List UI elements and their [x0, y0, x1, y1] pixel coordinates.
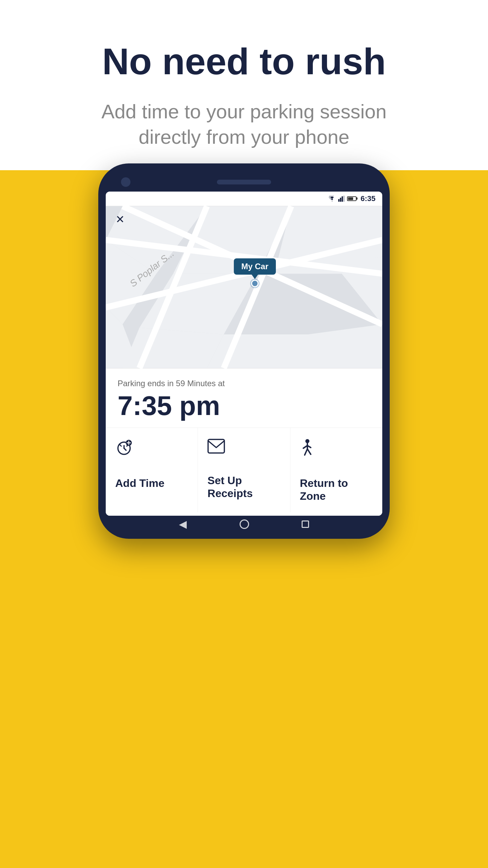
- receipts-label: Set Up Receipts: [207, 474, 280, 500]
- svg-rect-2: [342, 196, 343, 202]
- status-icons: [328, 196, 357, 202]
- car-pin: My Car: [234, 258, 276, 287]
- parking-time: 7:35 pm: [118, 391, 370, 421]
- receipts-card[interactable]: Set Up Receipts: [198, 428, 290, 512]
- phone-top: [106, 173, 382, 192]
- receipts-icon: [207, 439, 225, 457]
- svg-line-35: [305, 449, 307, 455]
- status-bar: 6:35: [106, 192, 382, 206]
- return-zone-card[interactable]: Return to Zone: [290, 428, 382, 512]
- svg-line-25: [119, 444, 121, 446]
- map-area: S Poplar S... ✕ My Car: [106, 206, 382, 369]
- back-button[interactable]: ◀: [179, 518, 187, 530]
- status-time: 6:35: [361, 194, 375, 203]
- hero-section: No need to rush Add time to your parking…: [0, 0, 488, 170]
- return-zone-icon: [300, 439, 315, 460]
- phone-camera: [121, 177, 130, 187]
- svg-line-24: [124, 448, 126, 450]
- hero-title: No need to rush: [102, 41, 386, 82]
- parking-ends-label: Parking ends in 59 Minutes at: [118, 379, 370, 388]
- svg-rect-0: [338, 199, 340, 202]
- action-cards: Add Time Set Up Receipts: [106, 428, 382, 516]
- svg-rect-30: [208, 439, 224, 453]
- close-icon: ✕: [116, 214, 125, 225]
- map-svg: S Poplar S...: [106, 206, 382, 369]
- return-zone-label: Return to Zone: [300, 477, 373, 503]
- close-button[interactable]: ✕: [113, 212, 127, 227]
- svg-line-36: [307, 449, 311, 454]
- battery-icon: [347, 196, 357, 201]
- parking-info: Parking ends in 59 Minutes at 7:35 pm: [106, 369, 382, 428]
- phone-mockup: 6:35: [98, 163, 390, 539]
- alarm-plus-icon: [115, 439, 133, 456]
- add-time-icon: [115, 439, 133, 460]
- phone-outer: 6:35: [98, 163, 390, 539]
- hero-subtitle: Add time to your parking session directl…: [92, 99, 396, 150]
- svg-marker-13: [123, 328, 224, 368]
- signal-icon: [338, 196, 345, 202]
- yellow-section: 6:35: [0, 170, 488, 868]
- svg-rect-1: [340, 198, 341, 202]
- phone-screen: 6:35: [106, 192, 382, 516]
- svg-marker-14: [207, 334, 308, 368]
- wifi-icon: [328, 196, 336, 202]
- car-pin-label: My Car: [234, 258, 276, 275]
- envelope-icon: [207, 439, 225, 454]
- car-dot: [251, 280, 259, 287]
- page-wrapper: No need to rush Add time to your parking…: [0, 0, 488, 868]
- home-button[interactable]: [240, 519, 249, 529]
- add-time-label: Add Time: [115, 477, 164, 490]
- phone-bottom-nav: ◀: [106, 516, 382, 533]
- phone-speaker: [217, 180, 271, 184]
- add-time-card[interactable]: Add Time: [106, 428, 198, 512]
- svg-rect-3: [343, 196, 345, 202]
- pedestrian-icon: [300, 439, 315, 456]
- recents-button[interactable]: [302, 520, 309, 528]
